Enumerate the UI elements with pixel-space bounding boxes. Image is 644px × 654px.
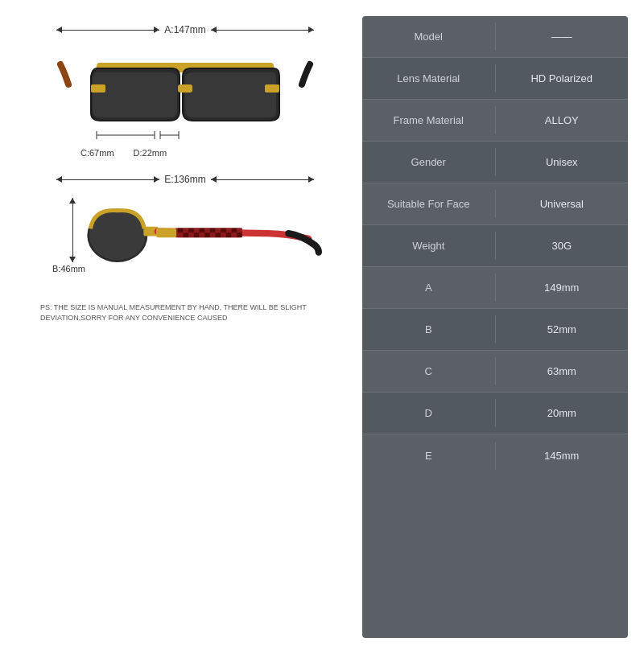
spec-label: E: [362, 442, 496, 470]
spec-label: D: [362, 399, 496, 427]
svg-rect-25: [237, 228, 242, 233]
spec-value: ——: [496, 23, 629, 51]
spec-value: ALLOY: [496, 106, 629, 134]
spec-value: 63mm: [496, 357, 629, 385]
svg-rect-38: [156, 228, 176, 238]
svg-rect-23: [226, 228, 232, 233]
spec-value: Universal: [496, 190, 629, 218]
sunglasses-front-image: [52, 40, 318, 145]
spec-value: HD Polarized: [496, 64, 629, 93]
svg-rect-28: [188, 232, 194, 237]
spec-row: C63mm: [362, 351, 628, 393]
spec-value: 30G: [496, 232, 629, 260]
svg-rect-20: [210, 228, 216, 233]
measurement-e-line-left: [56, 179, 159, 180]
spec-label: Gender: [362, 148, 496, 176]
sunglasses-front-svg: [52, 40, 318, 145]
svg-rect-19: [204, 228, 210, 233]
side-diagram: E:136mm B:46mm: [24, 174, 346, 323]
spec-value: Unisex: [496, 148, 629, 176]
spec-label: Frame Material: [362, 106, 496, 134]
spec-row: A149mm: [362, 267, 628, 309]
svg-rect-14: [178, 228, 184, 233]
measurement-a-label: A:147mm: [159, 24, 210, 35]
svg-rect-21: [216, 228, 221, 233]
svg-rect-37: [237, 232, 242, 237]
spec-label: Weight: [362, 232, 496, 260]
svg-rect-29: [194, 232, 200, 237]
measurement-e-line-right: [211, 179, 314, 180]
b-vert-line: [72, 198, 73, 262]
spec-label: Lens Material: [362, 64, 496, 93]
svg-rect-1: [178, 84, 192, 93]
svg-rect-33: [216, 232, 221, 237]
measurement-d-label: D:22mm: [134, 148, 167, 158]
svg-rect-24: [232, 228, 237, 233]
measurement-c-label: C:67mm: [80, 148, 114, 158]
svg-rect-26: [178, 232, 184, 237]
measurement-e-row: E:136mm: [56, 174, 314, 185]
sunglasses-side-svg: [80, 190, 322, 294]
svg-rect-35: [226, 232, 232, 237]
spec-row: GenderUnisex: [362, 142, 628, 183]
left-panel: A:147mm: [16, 16, 354, 638]
spec-value: 52mm: [496, 315, 629, 343]
svg-rect-3: [265, 84, 279, 93]
spec-label: Suitable For Face: [362, 190, 496, 218]
svg-rect-31: [204, 232, 210, 237]
svg-rect-27: [184, 232, 189, 237]
ps-note: PS: THE SIZE IS MANUAL MEASUREMENT BY HA…: [32, 302, 338, 323]
spec-row: Model——: [362, 16, 628, 58]
spec-label: B: [362, 315, 496, 343]
spec-row: Frame MaterialALLOY: [362, 100, 628, 142]
svg-rect-30: [200, 232, 205, 237]
svg-rect-17: [194, 228, 200, 233]
spec-value: 145mm: [496, 442, 629, 470]
svg-point-11: [89, 211, 146, 261]
main-container: A:147mm: [0, 0, 644, 654]
spec-row: E145mm: [362, 434, 628, 476]
measurement-a-row: A:147mm: [56, 24, 314, 35]
svg-rect-34: [221, 232, 226, 237]
spec-label: Model: [362, 23, 496, 51]
svg-rect-15: [184, 228, 189, 233]
svg-rect-36: [232, 232, 237, 237]
spec-row: Suitable For FaceUniversal: [362, 183, 628, 225]
measurement-a-line: [56, 30, 159, 31]
front-diagram: A:147mm: [24, 24, 346, 158]
spec-row: B52mm: [362, 309, 628, 351]
svg-rect-2: [91, 84, 105, 93]
spec-value: 20mm: [496, 399, 629, 427]
measurement-e-label: E:136mm: [159, 174, 210, 185]
spec-row: Lens MaterialHD Polarized: [362, 58, 628, 100]
measurement-cd: C:67mm D:22mm: [56, 148, 314, 158]
svg-rect-22: [221, 228, 226, 233]
specs-table: Model——Lens MaterialHD PolarizedFrame Ma…: [362, 16, 628, 638]
spec-label: C: [362, 357, 496, 385]
spec-row: Weight30G: [362, 225, 628, 267]
sunglasses-side-image: B:46mm: [48, 190, 322, 294]
svg-rect-32: [210, 232, 216, 237]
svg-rect-18: [200, 228, 205, 233]
spec-row: D20mm: [362, 393, 628, 434]
b-measurement: B:46mm: [52, 198, 85, 278]
svg-rect-16: [188, 228, 194, 233]
spec-label: A: [362, 274, 496, 302]
measurement-a-line-right: [211, 30, 314, 31]
measurement-b-label: B:46mm: [52, 264, 85, 274]
spec-value: 149mm: [496, 274, 629, 302]
